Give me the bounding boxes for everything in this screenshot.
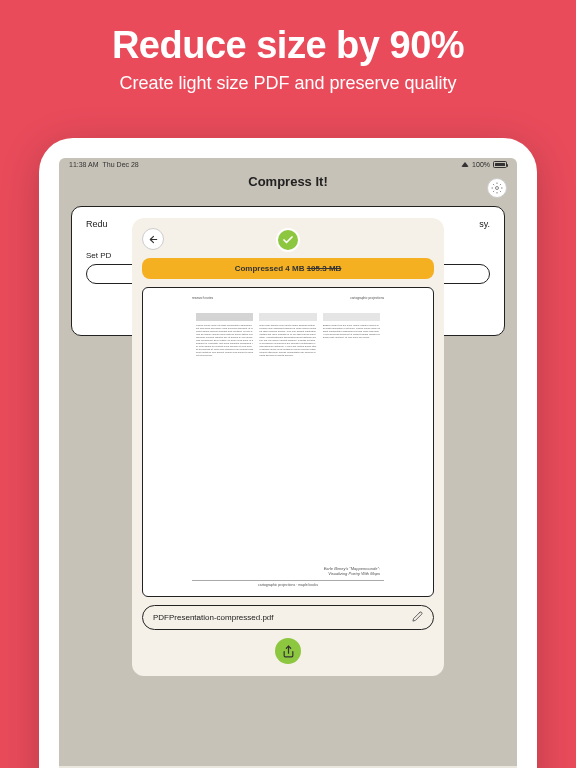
ipad-screen: 11:38 AM Thu Dec 28 100% Compress It! Re… <box>59 158 517 768</box>
doc-header-right: cartographic projections <box>350 297 384 301</box>
status-date: Thu Dec 28 <box>103 161 139 168</box>
bg-card-text-left: Redu <box>86 219 108 229</box>
share-icon <box>282 645 295 658</box>
arrow-left-icon <box>148 234 159 245</box>
pdf-preview[interactable]: research notes cartographic projections … <box>142 287 434 597</box>
hero-subtitle: Create light size PDF and preserve quali… <box>0 73 576 94</box>
svg-point-0 <box>496 187 499 190</box>
doc-column-1: Lorem ipsum dolor sit amet consectetur a… <box>196 313 253 559</box>
status-time: 11:38 AM <box>69 161 99 168</box>
hero-title: Reduce size by 90% <box>0 0 576 67</box>
document-page: research notes cartographic projections … <box>188 295 388 589</box>
compression-result-banner: Compressed 4 MB 105.3 MB <box>142 258 434 279</box>
doc-page-footer: cartographic projections · maple books <box>192 580 384 587</box>
status-bar: 11:38 AM Thu Dec 28 100% <box>59 158 517 168</box>
filename-text: PDFPresentation-compressed.pdf <box>153 613 406 622</box>
share-button[interactable] <box>275 638 301 664</box>
gear-icon <box>491 182 503 194</box>
battery-percent: 100% <box>472 161 490 168</box>
doc-signature: Earle Birney's "Mappemounde": Visualizin… <box>324 567 380 577</box>
doc-header-left: research notes <box>192 297 213 301</box>
settings-button[interactable] <box>487 178 507 198</box>
doc-column-2: Nam liber tempor cum soluta nobis eleife… <box>259 313 316 559</box>
success-badge <box>276 228 300 252</box>
bg-card-text-right: sy. <box>479 219 490 229</box>
compressed-size-label: Compressed 4 MB <box>235 264 307 273</box>
original-size-strike: 105.3 MB <box>307 264 342 273</box>
check-icon <box>282 234 294 246</box>
back-button[interactable] <box>142 228 164 250</box>
doc-column-3: Eodem modo typi qui nunc nobis videntur … <box>323 313 380 559</box>
result-modal: Compressed 4 MB 105.3 MB research notes … <box>132 218 444 676</box>
ipad-device-frame: 11:38 AM Thu Dec 28 100% Compress It! Re… <box>39 138 537 768</box>
wifi-icon <box>461 162 469 167</box>
filename-field[interactable]: PDFPresentation-compressed.pdf <box>142 605 434 630</box>
pencil-icon[interactable] <box>412 611 423 624</box>
app-title: Compress It! <box>59 174 517 189</box>
battery-icon <box>493 161 507 168</box>
